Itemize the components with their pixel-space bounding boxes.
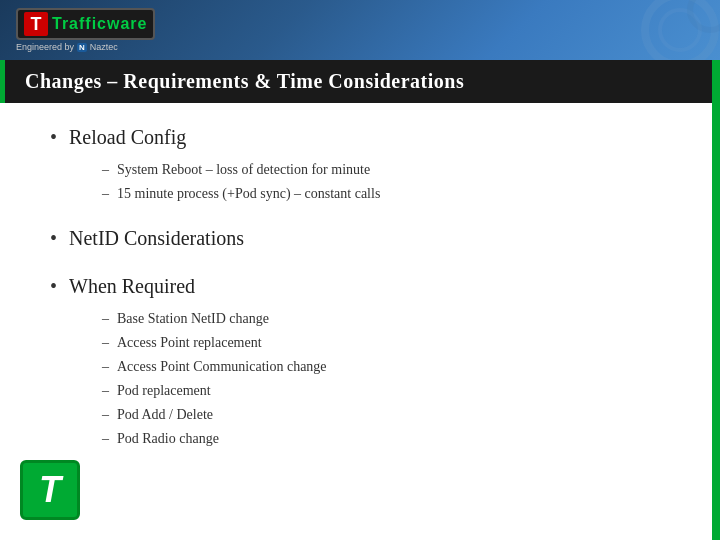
- logo-name: Trafficware: [52, 15, 147, 33]
- when-required-section: • When Required – Base Station NetID cha…: [50, 272, 690, 449]
- sub-item-text: Access Point replacement: [117, 332, 262, 353]
- bottom-t-logo-box: T: [20, 460, 80, 520]
- naztec-n-badge: N: [77, 43, 87, 52]
- sub-dash: –: [102, 308, 109, 329]
- list-item: – Access Point Communication change: [102, 356, 690, 377]
- logo-container: T Trafficware Engineered by N Naztec: [16, 8, 155, 52]
- sub-item-text: Pod replacement: [117, 380, 211, 401]
- reload-config-title: Reload Config: [69, 123, 186, 151]
- header: T Trafficware Engineered by N Naztec: [0, 0, 720, 60]
- reload-config-section: • Reload Config – System Reboot – loss o…: [50, 123, 690, 204]
- sub-item-text: System Reboot – loss of detection for mi…: [117, 159, 370, 180]
- green-accent-bar: [712, 60, 720, 540]
- reload-config-subitems: – System Reboot – loss of detection for …: [102, 159, 690, 204]
- page-title: Changes – Requirements & Time Considerat…: [25, 70, 464, 92]
- netid-section: • NetID Considerations: [50, 224, 690, 252]
- when-required-bullet: • When Required: [50, 272, 690, 300]
- netid-title: NetID Considerations: [69, 224, 244, 252]
- sub-dash: –: [102, 332, 109, 353]
- sub-item-text: Access Point Communication change: [117, 356, 327, 377]
- logo-t-letter: T: [24, 12, 48, 36]
- sub-item-text: Base Station NetID change: [117, 308, 269, 329]
- reload-config-bullet: • Reload Config: [50, 123, 690, 151]
- logo-box: T Trafficware: [16, 8, 155, 40]
- bottom-logo: T: [20, 460, 80, 520]
- sub-item-text: Pod Add / Delete: [117, 404, 213, 425]
- list-item: – Base Station NetID change: [102, 308, 690, 329]
- bottom-t-letter: T: [39, 469, 61, 511]
- bullet-dot-1: •: [50, 123, 57, 151]
- sub-dash: –: [102, 380, 109, 401]
- list-item: – 15 minute process (+Pod sync) – consta…: [102, 183, 690, 204]
- list-item: – Pod replacement: [102, 380, 690, 401]
- sub-item-text: 15 minute process (+Pod sync) – constant…: [117, 183, 380, 204]
- naztec-text: Naztec: [90, 42, 118, 52]
- sub-dash: –: [102, 159, 109, 180]
- sub-dash: –: [102, 404, 109, 425]
- list-item: – Access Point replacement: [102, 332, 690, 353]
- list-item: – Pod Radio change: [102, 428, 690, 449]
- when-required-subitems: – Base Station NetID change – Access Poi…: [102, 308, 690, 449]
- logo-subtext: Engineered by N Naztec: [16, 42, 118, 52]
- bullet-dot-2: •: [50, 224, 57, 252]
- when-required-title: When Required: [69, 272, 195, 300]
- netid-bullet: • NetID Considerations: [50, 224, 690, 252]
- bullet-dot-3: •: [50, 272, 57, 300]
- list-item: – Pod Add / Delete: [102, 404, 690, 425]
- sub-item-text: Pod Radio change: [117, 428, 219, 449]
- title-bar: Changes – Requirements & Time Considerat…: [0, 60, 720, 103]
- sub-dash: –: [102, 183, 109, 204]
- list-item: – System Reboot – loss of detection for …: [102, 159, 690, 180]
- engineered-by-text: Engineered by: [16, 42, 74, 52]
- header-decoration: [520, 0, 720, 60]
- sub-dash: –: [102, 428, 109, 449]
- main-content: • Reload Config – System Reboot – loss o…: [0, 103, 720, 489]
- sub-dash: –: [102, 356, 109, 377]
